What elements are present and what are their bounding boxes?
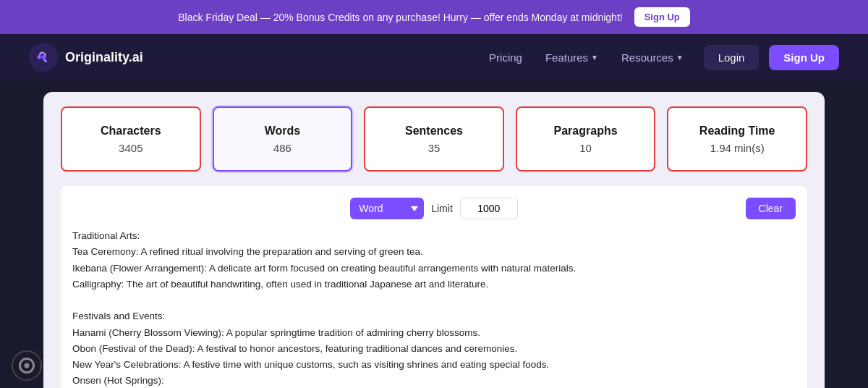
resources-chevron-icon: ▼	[676, 54, 684, 62]
nav-link-features[interactable]: Features ▼	[537, 46, 607, 69]
stat-value-words: 486	[273, 142, 292, 154]
logo-icon	[29, 43, 58, 72]
nav-link-pricing[interactable]: Pricing	[480, 46, 531, 69]
logo-text: Originality.ai	[65, 50, 143, 65]
nav-links: Pricing Features ▼ Resources ▼ Login Sig…	[480, 45, 839, 70]
stats-row: Characters 3405 Words 486 Sentences 35 P…	[61, 106, 807, 172]
login-button[interactable]: Login	[704, 45, 760, 70]
stat-value-characters: 3405	[119, 142, 142, 154]
stat-value-sentences: 35	[428, 142, 441, 154]
stat-card-paragraphs: Paragraphs 10	[516, 106, 656, 172]
svg-point-1	[41, 55, 46, 59]
stat-label-characters: Characters	[101, 125, 161, 138]
editor-area: Word Character Sentence Limit Clear Trad…	[61, 186, 807, 388]
logo-area: Originality.ai	[29, 43, 143, 72]
stat-label-words: Words	[265, 125, 300, 138]
stat-label-paragraphs: Paragraphs	[554, 125, 618, 138]
inner-circle	[19, 358, 35, 374]
inner-dot	[25, 363, 30, 368]
top-banner: Black Friday Deal — 20% Bonus Credits on…	[0, 0, 868, 34]
banner-text: Black Friday Deal — 20% Bonus Credits on…	[178, 12, 622, 23]
word-type-select[interactable]: Word Character Sentence	[350, 198, 424, 219]
main-content: Characters 3405 Words 486 Sentences 35 P…	[43, 92, 825, 388]
limit-label: Limit	[431, 203, 453, 214]
features-chevron-icon: ▼	[591, 54, 598, 62]
bottom-circle-icon	[12, 350, 42, 381]
stat-card-sentences: Sentences 35	[364, 106, 504, 172]
editor-toolbar: Word Character Sentence Limit Clear	[72, 198, 796, 219]
stat-label-sentences: Sentences	[405, 125, 463, 138]
nav-link-resources[interactable]: Resources ▼	[613, 46, 692, 69]
signup-button[interactable]: Sign Up	[769, 45, 839, 70]
stat-card-characters: Characters 3405	[61, 106, 201, 172]
stat-card-words: Words 486	[213, 106, 353, 172]
clear-button[interactable]: Clear	[746, 198, 796, 219]
stat-card-reading-time: Reading Time 1.94 min(s)	[667, 106, 807, 172]
limit-input[interactable]	[460, 198, 518, 219]
stat-value-paragraphs: 10	[579, 142, 592, 154]
stat-label-reading-time: Reading Time	[699, 125, 775, 138]
banner-signup-button[interactable]: Sign Up	[634, 7, 690, 27]
editor-text: Traditional Arts: Tea Ceremony: A refine…	[72, 228, 796, 388]
stat-value-reading-time: 1.94 min(s)	[710, 142, 765, 154]
navbar: Originality.ai Pricing Features ▼ Resour…	[0, 34, 868, 80]
